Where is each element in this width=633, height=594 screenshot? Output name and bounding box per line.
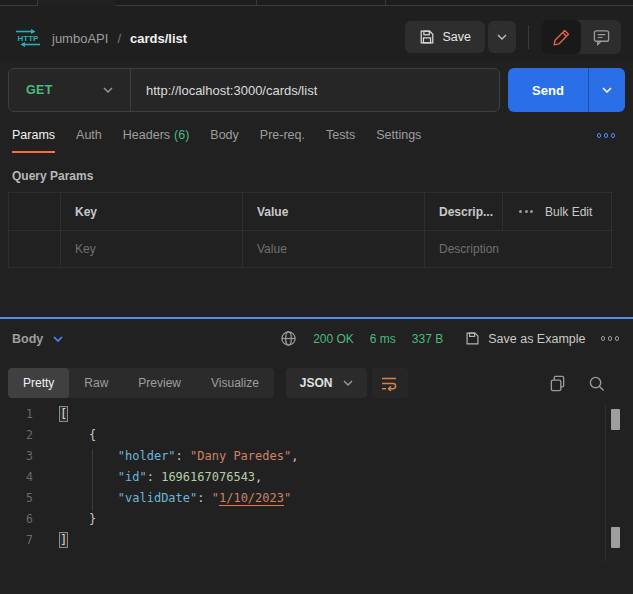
save-as-example-label: Save as Example bbox=[488, 332, 585, 346]
code-line: 5 "validDate": "1/10/2023" bbox=[0, 488, 633, 509]
search-response-button[interactable] bbox=[588, 375, 605, 392]
tab-count-badge: (6) bbox=[174, 128, 189, 142]
code-line: 2 { bbox=[0, 425, 633, 446]
code-line: 3 "holder": "Dany Paredes", bbox=[0, 446, 633, 467]
code-token bbox=[60, 512, 89, 526]
save-options-chevron[interactable] bbox=[488, 21, 516, 53]
tab-settings[interactable]: Settings bbox=[376, 128, 421, 153]
method-selector[interactable]: GET bbox=[9, 69, 131, 111]
tab-label: Tests bbox=[326, 128, 355, 142]
edit-request-button[interactable] bbox=[541, 20, 581, 54]
code-token bbox=[60, 428, 89, 442]
row-selector-column[interactable] bbox=[9, 193, 61, 230]
code-token: } bbox=[89, 512, 96, 526]
code-token bbox=[60, 470, 118, 484]
url-input[interactable]: http://localhost:3000/cards/list bbox=[131, 83, 499, 98]
copy-icon bbox=[549, 375, 566, 392]
view-tab-raw[interactable]: Raw bbox=[69, 368, 123, 398]
comment-icon bbox=[593, 29, 610, 46]
response-size-badge[interactable]: 337 B bbox=[412, 332, 443, 346]
json-link-value[interactable]: 1/10/2023 bbox=[219, 491, 284, 506]
chevron-down-icon bbox=[53, 336, 63, 342]
column-header-key: Key bbox=[61, 193, 243, 230]
value-input[interactable]: Value bbox=[243, 231, 425, 267]
tab-body[interactable]: Body bbox=[210, 128, 239, 153]
tab-headers[interactable]: Headers(6) bbox=[123, 128, 190, 153]
header-divider bbox=[528, 25, 529, 49]
tab-tests[interactable]: Tests bbox=[326, 128, 355, 153]
code-token: 1696167076543 bbox=[161, 470, 255, 484]
chevron-down-icon bbox=[497, 34, 507, 40]
chevron-down-icon bbox=[103, 87, 113, 93]
code-token: " bbox=[212, 491, 219, 505]
response-options-icon[interactable] bbox=[601, 336, 620, 341]
line-number: 2 bbox=[0, 425, 46, 446]
comments-button[interactable] bbox=[581, 20, 621, 54]
wrap-line-icon bbox=[381, 376, 398, 391]
key-input[interactable]: Key bbox=[61, 231, 243, 267]
tab-auth[interactable]: Auth bbox=[76, 128, 102, 153]
svg-text:HTTP: HTTP bbox=[18, 34, 40, 43]
send-button-label[interactable]: Send bbox=[508, 68, 588, 112]
request-tabs: ParamsAuthHeaders(6)BodyPre-req.TestsSet… bbox=[12, 128, 421, 153]
code-line: 6 } bbox=[0, 509, 633, 530]
view-tab-pretty[interactable]: Pretty bbox=[8, 368, 69, 398]
code-line-content: { bbox=[46, 425, 96, 446]
query-params-title: Query Params bbox=[12, 169, 93, 183]
save-button[interactable]: Save bbox=[405, 21, 486, 53]
send-button[interactable]: Send bbox=[508, 68, 625, 112]
tab-label: Body bbox=[210, 128, 239, 142]
breadcrumb-separator: / bbox=[117, 31, 121, 46]
table-header-row: Key Value Descrip... Bulk Edit bbox=[9, 193, 611, 231]
breadcrumb-request-name[interactable]: cards/list bbox=[130, 31, 187, 46]
pencil-icon bbox=[553, 29, 570, 46]
response-view-row: PrettyRawPreviewVisualize JSON bbox=[8, 368, 625, 398]
hidden-items-indicator-icon[interactable] bbox=[597, 133, 616, 138]
save-as-example-button[interactable]: Save as Example bbox=[465, 331, 585, 346]
request-header-bar: HTTP jumboAPI / cards/list Save bbox=[0, 6, 633, 62]
copy-response-button[interactable] bbox=[549, 375, 566, 392]
globe-icon[interactable] bbox=[280, 330, 297, 347]
line-number: 6 bbox=[0, 509, 46, 530]
chevron-down-icon bbox=[343, 380, 353, 386]
tab-label: Pre-req. bbox=[260, 128, 305, 142]
code-line: 1[ bbox=[0, 404, 633, 425]
code-token: : bbox=[176, 449, 190, 463]
http-request-icon: HTTP bbox=[13, 28, 43, 48]
description-input[interactable]: Description bbox=[425, 231, 611, 267]
code-token: : bbox=[147, 470, 161, 484]
row-selector-cell[interactable] bbox=[9, 231, 61, 267]
code-token: : bbox=[197, 491, 211, 505]
code-token: , bbox=[291, 449, 298, 463]
scrollbar-thumb[interactable] bbox=[611, 527, 620, 548]
breadcrumb-collection[interactable]: jumboAPI bbox=[52, 31, 108, 46]
scrollbar-thumb[interactable] bbox=[611, 409, 620, 430]
response-body-label: Body bbox=[12, 332, 43, 346]
response-body-editor[interactable]: 1[2 {3 "holder": "Dany Paredes",4 "id": … bbox=[0, 404, 633, 594]
table-row: Key Value Description bbox=[9, 231, 611, 267]
send-options-chevron[interactable] bbox=[588, 68, 625, 112]
save-button-label: Save bbox=[443, 30, 472, 44]
tab-prereq[interactable]: Pre-req. bbox=[260, 128, 305, 153]
response-status-badge[interactable]: 200 OK bbox=[313, 332, 354, 346]
view-tab-preview[interactable]: Preview bbox=[123, 368, 196, 398]
column-options-icon[interactable] bbox=[519, 210, 533, 213]
code-line-content: } bbox=[46, 509, 96, 530]
tab-label: Headers bbox=[123, 128, 170, 142]
bulk-edit-button[interactable]: Bulk Edit bbox=[545, 205, 592, 219]
url-bar: GET http://localhost:3000/cards/list bbox=[8, 68, 500, 112]
code-token: " bbox=[284, 491, 291, 505]
view-tab-visualize[interactable]: Visualize bbox=[196, 368, 274, 398]
tab-params[interactable]: Params bbox=[12, 128, 55, 153]
code-token: "Dany Paredes" bbox=[190, 449, 291, 463]
response-body-dropdown[interactable]: Body bbox=[12, 332, 63, 346]
wrap-line-toggle[interactable] bbox=[372, 368, 408, 398]
code-line-content: "validDate": "1/10/2023" bbox=[46, 488, 291, 509]
line-number: 1 bbox=[0, 404, 46, 425]
search-icon bbox=[588, 375, 605, 392]
code-line: 4 "id": 1696167076543, bbox=[0, 467, 633, 488]
code-token: , bbox=[255, 470, 262, 484]
response-time-badge[interactable]: 6 ms bbox=[370, 332, 396, 346]
code-token: { bbox=[89, 428, 96, 442]
format-dropdown[interactable]: JSON bbox=[286, 368, 367, 398]
